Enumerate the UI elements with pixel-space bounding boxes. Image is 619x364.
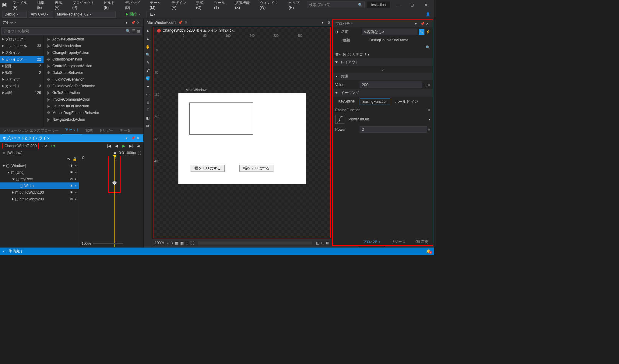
property-marker[interactable]: [428, 129, 430, 130]
show-bounds-icon[interactable]: ⛶: [190, 241, 194, 245]
options-icon[interactable]: ⛶: [137, 151, 141, 155]
lock-dot-icon[interactable]: ∘: [75, 177, 77, 181]
asset-category[interactable]: プロジェクト: [0, 36, 44, 43]
sort-label[interactable]: 並べ替え: カテゴリ: [335, 52, 367, 57]
lock-dot-icon[interactable]: ∘: [75, 190, 77, 195]
expand-icon[interactable]: ⛶: [424, 83, 427, 87]
easing-function-combo[interactable]: Power InOut: [347, 116, 427, 122]
notification-bell-icon[interactable]: 🔔1: [426, 249, 431, 253]
left-tab[interactable]: ソリューション エクスプローラー: [0, 127, 62, 134]
playhead[interactable]: [114, 156, 115, 247]
asset-tool-icon[interactable]: ≫: [144, 122, 152, 130]
minimize-button[interactable]: —: [392, 1, 404, 9]
name-input[interactable]: [362, 29, 417, 35]
config-combo[interactable]: Debug▾: [2, 11, 27, 18]
horizontal-scrollbar[interactable]: [198, 241, 312, 244]
close-icon[interactable]: ✕: [185, 20, 188, 25]
pan-tool-icon[interactable]: ✋: [144, 43, 152, 50]
close-icon[interactable]: ✕: [426, 22, 430, 26]
lock-dot-icon[interactable]: ∘: [75, 170, 77, 175]
timeline-tree-row[interactable]: ▢[Window]👁∘: [0, 162, 79, 169]
global-search-input[interactable]: 検索 (Ctrl+Q) 🔍: [307, 2, 365, 8]
asset-item[interactable]: |▸LaunchUriOrFileAction: [44, 103, 143, 109]
brush-tool-icon[interactable]: 🖌: [144, 67, 152, 74]
left-tab[interactable]: トリガー: [96, 127, 117, 134]
zoom-label[interactable]: 100%: [155, 241, 164, 245]
property-marker[interactable]: [428, 84, 430, 86]
paint-bucket-tool-icon[interactable]: 🪣: [144, 75, 152, 82]
split-icon-3[interactable]: ⊞: [326, 241, 329, 245]
chevron-down-icon[interactable]: ⌄: [333, 66, 433, 73]
close-icon[interactable]: ✕: [137, 136, 141, 140]
zoom-slider[interactable]: [93, 243, 123, 244]
asset-item[interactable]: |▸ChangePropertyAction: [44, 49, 143, 56]
section-common[interactable]: 共通: [333, 73, 433, 80]
section-layout[interactable]: レイアウト: [333, 58, 433, 66]
eye-icon[interactable]: 👁: [70, 197, 73, 201]
panel-dropdown-icon[interactable]: ▾: [322, 21, 326, 25]
snap-lines-icon[interactable]: ⊞: [185, 241, 188, 245]
left-tab[interactable]: 状態: [83, 127, 96, 134]
control-tool-icon[interactable]: ◧: [144, 114, 152, 122]
gear-icon[interactable]: ⚙: [327, 21, 332, 25]
maximize-button[interactable]: ▢: [406, 1, 418, 9]
live-share-icon[interactable]: 👤: [424, 11, 431, 18]
eye-icon[interactable]: 👁: [67, 157, 71, 161]
lock-dot-icon[interactable]: ∘: [75, 164, 77, 168]
grid-icon[interactable]: ▦: [175, 241, 178, 245]
easing-tab[interactable]: EasingFunction: [360, 99, 390, 105]
asset-category[interactable]: スタイル: [0, 49, 44, 56]
close-storyboard-icon[interactable]: ✕: [45, 144, 48, 148]
rectangle-tool-icon[interactable]: ▭: [144, 91, 152, 98]
pin-icon[interactable]: 📌: [131, 21, 135, 25]
asset-category[interactable]: 場所129: [0, 89, 44, 96]
pin-icon[interactable]: 📌: [178, 20, 183, 25]
storyboard-dropdown-icon[interactable]: ⌄: [41, 144, 44, 148]
panel-dropdown-icon[interactable]: ▾: [126, 136, 130, 140]
goto-last-frame-button[interactable]: ⏭: [135, 143, 141, 149]
asset-item[interactable]: ⚙FluidMoveBehavior: [44, 76, 143, 83]
layout-toolbar-icon[interactable]: ⬓▾: [149, 11, 156, 18]
next-frame-button[interactable]: ▶|: [128, 143, 134, 149]
asset-item[interactable]: |▸NavigateBackAction: [44, 116, 143, 123]
assets-search-input[interactable]: アセットの検索 🔍 ☰ ▦: [1, 27, 142, 35]
add-storyboard-icon[interactable]: ＋▾: [50, 144, 55, 149]
eye-icon[interactable]: 👁: [70, 177, 73, 181]
effects-icon[interactable]: fx: [171, 241, 173, 245]
timeline-tree-row[interactable]: ▢btnToWidth200👁∘: [0, 196, 79, 203]
asset-item[interactable]: |▸GoToStateAction: [44, 89, 143, 96]
snap-icon[interactable]: ▦: [180, 241, 184, 245]
easing-tab[interactable]: ホールド イン: [393, 99, 420, 105]
goto-first-frame-button[interactable]: |◀: [106, 143, 112, 149]
storyboard-name[interactable]: ChangeWidthTo200: [2, 143, 39, 149]
pointer-tool-icon[interactable]: ➤: [144, 27, 152, 35]
view-list-icon[interactable]: ☰: [132, 29, 135, 33]
layout-tool-icon[interactable]: ⊞: [144, 99, 152, 106]
close-icon[interactable]: ✕: [137, 21, 141, 25]
timeline-tree-row[interactable]: ▢myRect👁∘: [0, 176, 79, 182]
asset-category[interactable]: コントロール33: [0, 43, 44, 49]
timeline-tree-row[interactable]: ▢btnToWidth100👁∘: [0, 189, 79, 196]
direct-select-tool-icon[interactable]: ▲: [144, 35, 152, 43]
asset-category[interactable]: メディア: [0, 76, 44, 83]
lock-icon[interactable]: 🔒: [72, 157, 77, 161]
platform-combo[interactable]: Any CPU▾: [29, 11, 53, 18]
tab-git-changes[interactable]: Git 変更: [412, 238, 431, 246]
asset-category[interactable]: 図形2: [0, 63, 44, 69]
asset-item[interactable]: ⚙MouseDragElementBehavior: [44, 109, 143, 116]
panel-dropdown-icon[interactable]: ▾: [126, 21, 130, 25]
play-button[interactable]: ▶: [121, 143, 126, 149]
asset-category[interactable]: 効果2: [0, 69, 44, 76]
view-grid-icon[interactable]: ▦: [137, 29, 140, 33]
design-canvas[interactable]: 選択項目なし ChangeWidthTo200 タイムライン 記録オン。 080…: [153, 27, 331, 238]
eyedropper-tool-icon[interactable]: ✎: [144, 59, 152, 66]
playhead-handle-icon[interactable]: [113, 155, 117, 158]
panel-dropdown-icon[interactable]: ▾: [415, 22, 419, 26]
eye-icon[interactable]: 👁: [70, 164, 73, 168]
button-to-width-200[interactable]: 幅を 200 にする: [239, 165, 274, 172]
eye-icon[interactable]: 👁: [70, 184, 73, 188]
split-icon[interactable]: ◫: [316, 241, 319, 245]
eye-icon[interactable]: 👁: [70, 190, 73, 195]
asset-item[interactable]: |▸ActivateStateAction: [44, 36, 143, 43]
wrench-icon[interactable]: 🔧: [419, 29, 424, 35]
